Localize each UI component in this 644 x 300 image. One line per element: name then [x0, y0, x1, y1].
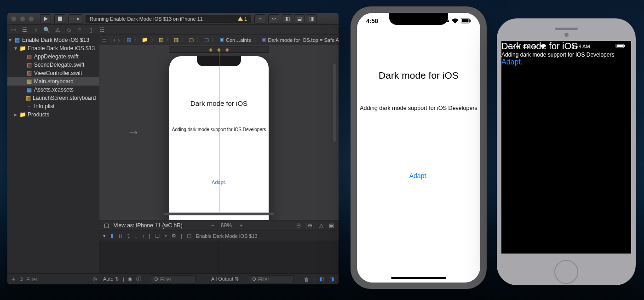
- pin-icon[interactable]: |⊕|: [306, 222, 314, 229]
- scheme-selector[interactable]: ⋯ ▸: [69, 14, 82, 23]
- toggle-debug-button[interactable]: ⬓: [294, 14, 305, 23]
- symbol-tab[interactable]: ঌ: [32, 27, 39, 33]
- tree-file[interactable]: ▦Assets.xcassets: [7, 86, 99, 94]
- zoom-in-button[interactable]: ＋: [238, 222, 244, 230]
- crumb-constraints[interactable]: Con…aints: [226, 37, 251, 43]
- canvas-hscrollbar[interactable]: [164, 213, 274, 215]
- zoom-icon[interactable]: [29, 16, 34, 22]
- zoom-out-button[interactable]: −: [211, 222, 214, 229]
- tree-file[interactable]: ▫Info.plist: [7, 102, 99, 110]
- console-filter-input[interactable]: [258, 277, 290, 282]
- status-bar: ••••• Carrier 4:58 AM: [501, 44, 631, 49]
- camera-icon: [564, 33, 569, 37]
- file-tree[interactable]: ▾ ▤ Enable Dark Mode iOS $13 ▾ 📁 Enable …: [7, 35, 99, 273]
- step-out-icon[interactable]: ↑: [142, 233, 145, 239]
- status-time: 4:58: [366, 17, 378, 24]
- svg-rect-1: [58, 17, 62, 21]
- outline-toggle-icon[interactable]: ☰: [102, 37, 107, 43]
- device-config-icon[interactable]: ▢: [104, 222, 109, 229]
- search-tab[interactable]: 🔍: [43, 27, 50, 33]
- embed-icon[interactable]: ▣: [329, 222, 334, 229]
- navigator-footer: ＋ ⊙ ◷ ☰: [7, 273, 99, 284]
- toggle-inspector-button[interactable]: ◨: [306, 14, 317, 23]
- warning-count: 1: [244, 16, 247, 22]
- variables-view[interactable]: [99, 241, 219, 273]
- env-overrides-icon[interactable]: ⚙: [172, 233, 176, 239]
- report-tab[interactable]: ☷: [98, 27, 105, 33]
- resolve-icon[interactable]: △: [319, 222, 323, 229]
- test-tab[interactable]: ◇: [65, 27, 72, 33]
- status-time: 4:58 AM: [571, 44, 590, 49]
- variables-filter[interactable]: ⊙: [151, 275, 196, 283]
- project-navigator-tab[interactable]: ▭: [10, 27, 17, 33]
- jump-bar[interactable]: ☰ | ‹ › | ▤〉 📁〉 ▥〉 ▥〉 ▢〉 ▢〉 ▣Con…aints〉 …: [99, 35, 339, 45]
- minimize-icon[interactable]: [20, 16, 25, 22]
- breakpoint-tab[interactable]: ▯: [87, 27, 94, 33]
- tree-file[interactable]: ▧ViewController.swift: [7, 69, 99, 77]
- code-review-button[interactable]: ⇔: [268, 14, 279, 23]
- forward-button[interactable]: ›: [118, 37, 120, 43]
- back-button[interactable]: ‹: [114, 37, 115, 43]
- print-icon[interactable]: ⓘ: [136, 276, 141, 283]
- view-debug-icon[interactable]: ❏: [155, 233, 160, 239]
- memory-graph-icon[interactable]: ⌖: [164, 233, 167, 239]
- breakpoints-icon[interactable]: ▮: [110, 233, 113, 239]
- library-button[interactable]: ＋: [254, 14, 265, 23]
- status-bar: 4:58 ▪▪▪▪: [357, 17, 480, 24]
- exit-icon[interactable]: ◉: [225, 47, 230, 52]
- zoom-level[interactable]: 69%: [221, 222, 232, 229]
- home-button[interactable]: [554, 260, 578, 284]
- stop-button[interactable]: [54, 14, 65, 23]
- initial-vc-arrow-icon: →: [127, 125, 140, 140]
- quicklook-icon[interactable]: ◉: [128, 276, 132, 282]
- issue-tab[interactable]: ⚠: [54, 27, 61, 33]
- hide-debug-icon[interactable]: ▾: [103, 233, 106, 239]
- run-button[interactable]: [40, 14, 51, 23]
- tree-file-selected[interactable]: ▥Main.storyboard: [7, 77, 99, 86]
- tree-file[interactable]: ▧AppDelegate.swift: [7, 52, 99, 61]
- tree-file-label: Assets.xcassets: [34, 87, 77, 93]
- battery-icon: [615, 44, 626, 48]
- interface-builder-canvas[interactable]: ◉ ◉ ◉ → Dark mode for iOS Adding dark mo…: [99, 45, 339, 220]
- pause-icon[interactable]: ⏸: [118, 233, 123, 239]
- auto-selector[interactable]: Auto ⇅: [103, 276, 119, 282]
- output-selector[interactable]: All Output ⇅: [211, 276, 239, 282]
- step-over-icon[interactable]: ⤵: [127, 233, 130, 239]
- tree-group[interactable]: ▾ 📁 Enable Dark Mode iOS $13: [7, 44, 99, 52]
- adapt-button[interactable]: Adapt.: [501, 58, 631, 66]
- vc-icon[interactable]: ◉: [208, 47, 213, 52]
- sim-light-screen[interactable]: 4:58 ▪▪▪▪ Dark mode for iOS Adding dark …: [357, 13, 480, 283]
- align-icon[interactable]: ⊟: [296, 222, 301, 229]
- view-as-label[interactable]: View as: iPhone 11 (wC hR): [114, 222, 183, 229]
- recent-filter-icon[interactable]: ◷: [92, 276, 97, 282]
- console-filter[interactable]: ⊙: [249, 275, 293, 283]
- home-indicator[interactable]: [391, 277, 446, 279]
- show-console-icon[interactable]: ◨: [328, 276, 335, 282]
- activity-viewer[interactable]: Running Enable Dark Mode iOS $13 on iPho…: [86, 15, 251, 23]
- show-variables-icon[interactable]: ◧: [318, 276, 325, 282]
- variables-filter-input[interactable]: [160, 277, 192, 282]
- tree-products[interactable]: ▸ 📁 Products: [7, 110, 99, 119]
- step-into-icon[interactable]: ↓: [135, 233, 138, 239]
- warning-badge[interactable]: 1: [238, 16, 247, 22]
- debug-process-label[interactable]: Enable Dark Mode iOS $13: [196, 233, 258, 239]
- alignment-guide: [219, 51, 219, 212]
- crumb-constraint-detail[interactable]: Dark mode for iOS.top = Safe Area.top + …: [268, 37, 339, 43]
- sim-dark-screen[interactable]: ••••• Carrier 4:58 AM Dark mode for iOS …: [501, 41, 631, 254]
- add-file-button[interactable]: ＋: [10, 275, 17, 283]
- xcode-window: ⋯ ▸ Running Enable Dark Mode iOS $13 on …: [7, 13, 339, 284]
- tree-file[interactable]: ▧SceneDelegate.swift: [7, 61, 99, 69]
- adapt-button[interactable]: Adapt.: [357, 172, 480, 179]
- toggle-navigator-button[interactable]: ◧: [282, 14, 293, 23]
- svg-rect-8: [624, 45, 625, 47]
- canvas-vscrollbar[interactable]: [333, 63, 336, 142]
- source-control-tab[interactable]: ☰: [21, 27, 28, 33]
- tree-file[interactable]: ▥LaunchScreen.storyboard: [7, 94, 99, 102]
- svg-marker-2: [238, 17, 243, 21]
- navigator-filter-input[interactable]: [26, 277, 90, 282]
- trash-icon[interactable]: 🗑: [303, 277, 310, 282]
- console-output[interactable]: [219, 241, 339, 273]
- tree-root[interactable]: ▾ ▤ Enable Dark Mode iOS $13: [7, 36, 99, 44]
- debug-tab[interactable]: ≡: [76, 27, 83, 33]
- close-icon[interactable]: [11, 16, 17, 22]
